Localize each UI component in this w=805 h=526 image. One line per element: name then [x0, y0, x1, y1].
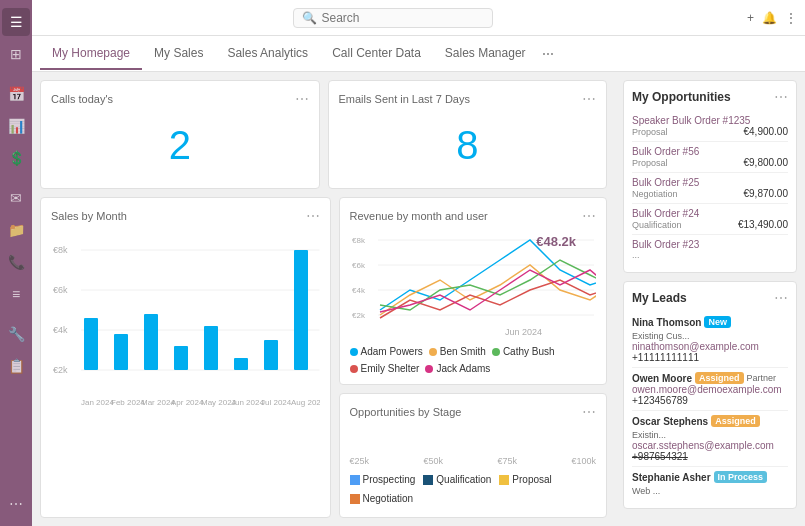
lead-name-2[interactable]: Oscar Stephens: [632, 416, 708, 427]
sidebar-more-icon[interactable]: ⋯: [2, 490, 30, 518]
legend-adam: Adam Powers: [350, 346, 423, 357]
opp-name-2[interactable]: Bulk Order #25: [632, 177, 788, 188]
opp-amount-0: €4,900.00: [744, 126, 789, 137]
stage-legend-prospecting: Prospecting: [350, 474, 416, 485]
calls-today-value: 2: [51, 113, 309, 178]
sidebar-chart-icon[interactable]: 📊: [2, 112, 30, 140]
my-opp-panel-title: My Opportunities: [632, 90, 731, 104]
stage-legend-dot-prospecting: [350, 475, 360, 485]
emails-sent-title: Emails Sent in Last 7 Days: [339, 93, 470, 105]
tab-my-homepage[interactable]: My Homepage: [40, 38, 142, 70]
sidebar-mail-icon[interactable]: ✉: [2, 184, 30, 212]
tab-sales-manager[interactable]: Sales Manager: [433, 38, 538, 70]
calls-today-card: Calls today's ⋯ 2: [40, 80, 320, 189]
sales-by-month-menu[interactable]: ⋯: [306, 208, 320, 224]
opp-stage-menu[interactable]: ⋯: [582, 404, 596, 420]
svg-text:Aug 2024: Aug 2024: [291, 398, 320, 407]
calls-today-header: Calls today's ⋯: [51, 91, 309, 107]
tab-call-center-data[interactable]: Call Center Data: [320, 38, 433, 70]
sidebar-report-icon[interactable]: 📋: [2, 352, 30, 380]
content-left: Calls today's ⋯ 2 Emails Sent in Last 7 …: [32, 72, 615, 526]
my-leads-panel: My Leads ⋯ Nina Thomson New Existing Cus…: [623, 281, 797, 509]
search-icon: 🔍: [302, 11, 317, 25]
lead-email-0[interactable]: ninathomson@example.com: [632, 341, 788, 352]
revenue-menu[interactable]: ⋯: [582, 208, 596, 224]
lead-phone-1: +123456789: [632, 395, 788, 406]
opp-item-3: Bulk Order #24 Qualification €13,490.00: [632, 204, 788, 235]
stage-bars: [350, 428, 597, 452]
legend-cathy: Cathy Bush: [492, 346, 555, 357]
lead-email-2[interactable]: oscar.sstephens@example.com: [632, 440, 788, 451]
add-icon[interactable]: +: [747, 11, 754, 25]
lead-badge-3: In Process: [714, 471, 768, 483]
charts-row: Sales by Month ⋯ €8k €6k: [40, 197, 607, 518]
stage-legend-label-prospecting: Prospecting: [363, 474, 416, 485]
revenue-card: Revenue by month and user ⋯ €48.2k: [339, 197, 608, 385]
my-leads-panel-title: My Leads: [632, 291, 687, 305]
stage-legend-negotiation: Negotiation: [350, 493, 414, 504]
lead-extra-1: Partner: [747, 373, 777, 383]
lead-name-3[interactable]: Stephanie Asher: [632, 472, 711, 483]
stage-x-50k: €50k: [423, 456, 443, 466]
lead-extra-2: Existin...: [632, 430, 666, 440]
svg-rect-15: [294, 250, 308, 370]
sidebar-folder-icon[interactable]: 📁: [2, 216, 30, 244]
lead-email-1[interactable]: owen.moore@demoexample.com: [632, 384, 788, 395]
right-charts: Revenue by month and user ⋯ €48.2k: [339, 197, 608, 518]
opp-amount-2: €9,870.00: [744, 188, 789, 199]
legend-dot-jack: [425, 365, 433, 373]
revenue-legend: Adam Powers Ben Smith Cathy Bush: [350, 346, 597, 374]
my-opportunities-panel: My Opportunities ⋯ Speaker Bulk Order #1…: [623, 80, 797, 273]
sidebar-calendar-icon[interactable]: 📅: [2, 80, 30, 108]
legend-dot-ben: [429, 348, 437, 356]
content: Calls today's ⋯ 2 Emails Sent in Last 7 …: [32, 72, 805, 526]
lead-badge-2: Assigned: [711, 415, 760, 427]
stage-legend-label-proposal: Proposal: [512, 474, 551, 485]
svg-rect-8: [84, 318, 98, 370]
sidebar-settings-icon[interactable]: 🔧: [2, 320, 30, 348]
opportunities-stage-card: Opportunities by Stage ⋯: [339, 393, 608, 518]
opp-stage-header: Opportunities by Stage ⋯: [350, 404, 597, 420]
svg-text:Apr 2024: Apr 2024: [171, 398, 204, 407]
sales-by-month-title: Sales by Month: [51, 210, 127, 222]
legend-dot-adam: [350, 348, 358, 356]
opp-name-4[interactable]: Bulk Order #23: [632, 239, 788, 250]
opp-name-0[interactable]: Speaker Bulk Order #1235: [632, 115, 788, 126]
sidebar-menu-icon[interactable]: ☰: [2, 8, 30, 36]
lead-name-0[interactable]: Nina Thomson: [632, 317, 701, 328]
more-icon[interactable]: ⋮: [785, 11, 797, 25]
bell-icon[interactable]: 🔔: [762, 11, 777, 25]
tab-my-sales[interactable]: My Sales: [142, 38, 215, 70]
tab-sales-analytics[interactable]: Sales Analytics: [215, 38, 320, 70]
svg-text:€8k: €8k: [53, 245, 68, 255]
my-leads-menu[interactable]: ⋯: [774, 290, 788, 306]
tab-more-icon[interactable]: ⋯: [538, 39, 558, 69]
lead-badge-0: New: [704, 316, 731, 328]
emails-sent-menu[interactable]: ⋯: [582, 91, 596, 107]
svg-text:€2k: €2k: [53, 365, 68, 375]
lead-name-row-3: Stephanie Asher In Process Web ...: [632, 471, 788, 496]
sidebar-apps-icon[interactable]: ⊞: [2, 40, 30, 68]
lead-extra-3: Web ...: [632, 486, 660, 496]
svg-text:€6k: €6k: [352, 261, 366, 270]
legend-label-emily: Emily Shelter: [361, 363, 420, 374]
search-bar[interactable]: 🔍: [293, 8, 493, 28]
emails-sent-value: 8: [339, 113, 597, 178]
svg-rect-13: [234, 358, 248, 370]
lead-badge-1: Assigned: [695, 372, 744, 384]
sidebar-phone-icon[interactable]: 📞: [2, 248, 30, 276]
my-opp-menu[interactable]: ⋯: [774, 89, 788, 105]
sidebar-list-icon[interactable]: ≡: [2, 280, 30, 308]
opp-amount-3: €13,490.00: [738, 219, 788, 230]
opp-name-3[interactable]: Bulk Order #24: [632, 208, 788, 219]
search-input[interactable]: [321, 11, 461, 25]
stage-x-75k: €75k: [497, 456, 517, 466]
opp-row-0: Proposal €4,900.00: [632, 126, 788, 137]
calls-today-menu[interactable]: ⋯: [295, 91, 309, 107]
sidebar-dollar-icon[interactable]: 💲: [2, 144, 30, 172]
lead-name-1[interactable]: Owen Moore: [632, 373, 692, 384]
opp-name-1[interactable]: Bulk Order #56: [632, 146, 788, 157]
emails-sent-header: Emails Sent in Last 7 Days ⋯: [339, 91, 597, 107]
stage-x-25k: €25k: [350, 456, 370, 466]
lead-name-row-0: Nina Thomson New Existing Cus...: [632, 316, 788, 341]
